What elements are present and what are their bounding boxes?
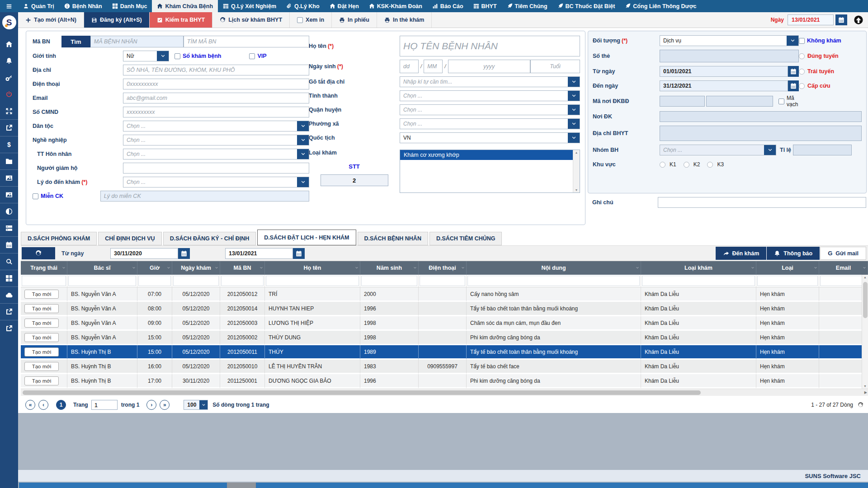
toolbar-button-1[interactable]: Đăng ký (Alt+S): [84, 12, 150, 28]
column-filter-input-3[interactable]: [173, 276, 219, 286]
top-menu-item-11[interactable]: BC Thuốc Đặt Biệt: [552, 0, 620, 12]
column-header-2[interactable]: Giờ: [137, 261, 172, 275]
toolbar-button-3[interactable]: Lịch sử khám BHYT: [212, 12, 290, 28]
marital-status-select[interactable]: Chọn ...: [123, 149, 309, 160]
column-filter-input-8[interactable]: [467, 276, 640, 286]
tab-0[interactable]: D.SÁCH PHÒNG KHÁM: [21, 232, 97, 245]
patient-code-input[interactable]: [90, 36, 184, 47]
column-header-1[interactable]: Bác sĩ: [67, 261, 137, 275]
address-shortcut-select[interactable]: Nhập kí tự cần tìm...: [400, 76, 580, 87]
gender-select[interactable]: Nữ: [123, 51, 169, 61]
sidebar-home-icon[interactable]: [0, 36, 18, 52]
listbox-scrollbar[interactable]: ▲▼: [573, 150, 580, 192]
notify-button[interactable]: Thông báo: [767, 247, 820, 260]
sidebar-folder-icon[interactable]: [0, 153, 18, 169]
calendar-icon[interactable]: [835, 14, 847, 25]
sidebar-cal-icon[interactable]: [0, 236, 18, 253]
page-number-input[interactable]: [91, 400, 118, 410]
table-row[interactable]: Tạo mớiBS. Nguyễn Văn A08:0005/12/202020…: [21, 302, 868, 316]
column-filter-input-7[interactable]: [420, 276, 465, 286]
calendar-icon[interactable]: [788, 66, 799, 77]
column-header-10[interactable]: Loại: [756, 261, 819, 275]
toolbar-button-2[interactable]: Kiểm tra BHYT: [150, 12, 213, 28]
search-patient-button[interactable]: Tìm: [61, 36, 90, 47]
sidebar-search-icon[interactable]: [0, 253, 18, 270]
column-filter-input-10[interactable]: [757, 276, 818, 286]
tab-5[interactable]: D.SÁCH TIÊM CHỦNG: [429, 232, 502, 245]
find-code-input[interactable]: [184, 36, 309, 47]
create-new-button[interactable]: Tạo mới: [24, 304, 59, 313]
note-input[interactable]: [658, 197, 866, 208]
sidebar-key-icon[interactable]: [0, 69, 18, 86]
exam-type-selected-item[interactable]: Khám cơ xương khớp: [400, 150, 580, 160]
create-new-button[interactable]: Tạo mới: [24, 347, 59, 357]
top-menu-item-10[interactable]: Tiêm Chủng: [502, 0, 552, 12]
column-header-0[interactable]: Trạng thái: [21, 261, 67, 275]
medical-book-checkbox[interactable]: [175, 53, 180, 59]
tab-1[interactable]: CHỈ ĐỊNH DỊCH VỤ: [98, 232, 161, 245]
guardian-input[interactable]: [123, 163, 309, 174]
sidebar-ext-icon[interactable]: [0, 119, 18, 136]
table-row[interactable]: Tạo mớiBS. Huỳnh Thị B15:0005/12/2020201…: [21, 345, 868, 360]
calendar-icon[interactable]: [178, 248, 190, 259]
birth-day-input[interactable]: [400, 60, 419, 73]
toolbar-button-6[interactable]: In thẻ khám: [377, 12, 432, 28]
sidebar-ext-icon[interactable]: [0, 303, 18, 320]
column-filter-input-2[interactable]: [138, 276, 171, 286]
column-filter-input-4[interactable]: [221, 276, 264, 286]
top-menu-item-3[interactable]: Khám Chữa Bệnh: [152, 0, 218, 12]
sidebar-contrast-icon[interactable]: [0, 203, 18, 220]
table-row[interactable]: Tạo mớiBS. Nguyễn Văn A15:0005/12/202020…: [21, 331, 868, 345]
ethnicity-select[interactable]: Chọn ...: [123, 121, 309, 131]
column-header-11[interactable]: Email: [819, 261, 868, 275]
column-header-7[interactable]: Điện thoại: [419, 261, 467, 275]
sidebar-ext-icon[interactable]: [0, 320, 18, 337]
toolbar-button-0[interactable]: Tạo mới (Alt+N): [18, 12, 84, 28]
k1-radio[interactable]: [660, 162, 665, 168]
create-new-button[interactable]: Tạo mới: [24, 290, 59, 299]
sidebar-server-icon[interactable]: [0, 220, 18, 236]
scrollbar-thumb[interactable]: [863, 282, 868, 318]
fee-waiver-checkbox[interactable]: [33, 193, 38, 199]
visit-reason-select[interactable]: Chọn ...: [123, 177, 309, 188]
current-page-badge[interactable]: 1: [56, 400, 66, 410]
vertical-scrollbar[interactable]: ▲▼: [862, 275, 868, 389]
top-menu-item-5[interactable]: Q.Lý Kho: [281, 0, 325, 12]
column-filter-input-6[interactable]: [361, 276, 417, 286]
table-row[interactable]: Tạo mớiBS. Huỳnh Thị B16:0005/12/2020201…: [21, 360, 868, 374]
insurance-group-select[interactable]: Chọn ...: [660, 145, 776, 155]
next-page-button[interactable]: ›: [146, 400, 156, 410]
scrollbar-thumb[interactable]: [23, 390, 701, 395]
column-filter-input-5[interactable]: [266, 276, 359, 286]
sidebar-grid-icon[interactable]: [0, 270, 18, 286]
toolbar-button-5[interactable]: In phiếu: [332, 12, 377, 28]
tab-3[interactable]: D.SÁCH ĐẶT LỊCH - HẸN KHÁM: [257, 230, 356, 245]
object-type-select[interactable]: Dịch vụ: [660, 35, 799, 46]
sidebar-bell-icon[interactable]: [0, 52, 18, 69]
tab-4[interactable]: D.SÁCH BỆNH NHÂN: [358, 232, 428, 245]
column-filter-input-9[interactable]: [642, 276, 755, 286]
last-page-button[interactable]: »: [160, 400, 170, 410]
address-input[interactable]: [123, 65, 309, 75]
visit-date-input[interactable]: [788, 14, 834, 25]
fee-waiver-reason-input[interactable]: [100, 191, 309, 202]
scroll-top-button[interactable]: [854, 15, 863, 25]
top-menu-item-0[interactable]: Quản Trị: [18, 0, 59, 12]
exam-type-listbox[interactable]: Khám cơ xương khớp ▲▼: [400, 150, 580, 193]
column-header-3[interactable]: Ngày khám: [172, 261, 220, 275]
arrived-button[interactable]: Đến khám: [716, 247, 767, 260]
phone-input[interactable]: [123, 79, 309, 89]
create-new-button[interactable]: Tạo mới: [24, 333, 59, 342]
reload-icon[interactable]: [858, 402, 863, 408]
toolbar-button-4[interactable]: Xem in: [290, 12, 332, 28]
top-menu-item-12[interactable]: Cổng Liên Thông Dược: [620, 0, 701, 12]
sidebar-image-icon[interactable]: [0, 169, 18, 186]
from-date-input[interactable]: [660, 66, 788, 77]
print-preview-checkbox[interactable]: [297, 17, 303, 23]
table-row[interactable]: Tạo mớiBS. Nguyễn Văn A09:0005/12/202020…: [21, 316, 868, 331]
right-route-radio[interactable]: [799, 53, 805, 59]
calendar-icon[interactable]: [293, 248, 305, 259]
create-new-button[interactable]: Tạo mới: [24, 376, 59, 385]
top-menu-item-6[interactable]: Đặt Hẹn: [325, 0, 364, 12]
sidebar-dollar-icon[interactable]: [0, 136, 18, 153]
